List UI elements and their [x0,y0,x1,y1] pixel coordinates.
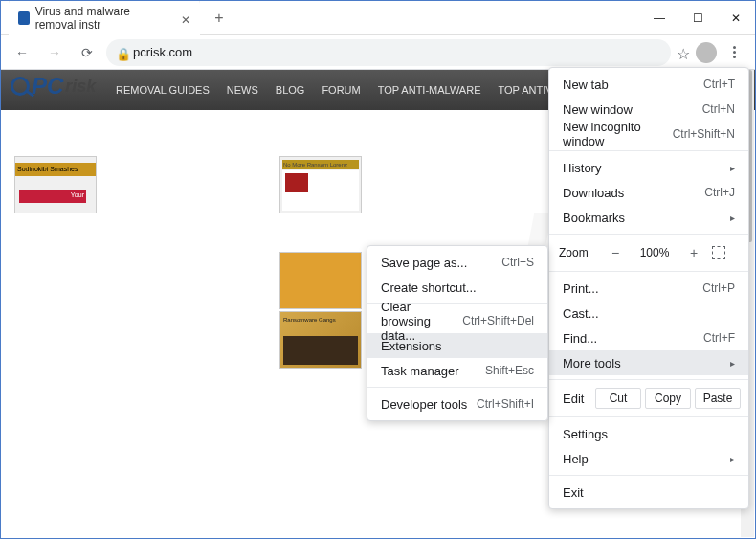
fullscreen-icon[interactable] [712,246,725,259]
menu-zoom: Zoom − 100% + [549,238,748,267]
submenu-task-manager[interactable]: Task managerShift+Esc [367,358,547,383]
menu-cast[interactable]: Cast... [549,301,748,326]
back-button[interactable]: ← [9,39,35,66]
edit-copy-button[interactable]: Copy [645,388,691,409]
menu-edit: Edit Cut Copy Paste [549,384,748,413]
article-thumbnail[interactable]: Sodinokibi Smashes Your [14,156,97,213]
chrome-menu-button[interactable] [721,39,747,66]
site-logo[interactable]: PCrisk [11,73,96,100]
window-controls: — ☐ ✕ [640,1,755,35]
favicon-icon [18,11,30,25]
chevron-right-icon: ▸ [730,454,735,464]
submenu-dev-tools[interactable]: Developer toolsCtrl+Shift+I [367,392,547,416]
menu-incognito[interactable]: New incognito windowCtrl+Shift+N [549,122,748,146]
close-button[interactable]: ✕ [717,1,755,35]
nav-blog[interactable]: BLOG [276,84,305,96]
article-thumbnail[interactable]: Ransomware Gangs [279,311,362,369]
maximize-button[interactable]: ☐ [678,1,717,35]
nav-removal-guides[interactable]: REMOVAL GUIDES [116,84,210,96]
edit-paste-button[interactable]: Paste [695,388,741,409]
address-bar[interactable]: 🔒 pcrisk.com [106,39,671,66]
close-tab-icon[interactable]: ✕ [181,13,190,23]
menu-new-window[interactable]: New windowCtrl+N [549,97,748,122]
chevron-right-icon: ▸ [730,213,735,223]
menu-exit[interactable]: Exit [549,480,748,505]
minimize-button[interactable]: — [640,1,678,35]
zoom-in-button[interactable]: + [683,245,704,260]
reload-button[interactable]: ⟳ [74,39,100,66]
lock-icon: 🔒 [116,47,127,58]
menu-settings[interactable]: Settings [549,421,748,446]
submenu-clear-data[interactable]: Clear browsing data...Ctrl+Shift+Del [367,308,547,333]
new-tab-button[interactable]: + [208,7,231,30]
menu-print[interactable]: Print...Ctrl+P [549,276,748,301]
menu-find[interactable]: Find...Ctrl+F [549,326,748,350]
menu-more-tools[interactable]: More tools▸ [549,350,748,375]
zoom-out-button[interactable]: − [605,245,626,260]
submenu-save-page[interactable]: Save page as...Ctrl+S [367,250,547,275]
bookmark-star-icon[interactable]: ☆ [677,45,692,60]
nav-news[interactable]: NEWS [227,84,258,96]
chevron-right-icon: ▸ [730,358,735,369]
edit-cut-button[interactable]: Cut [595,388,641,409]
profile-avatar[interactable] [696,42,717,63]
forward-button[interactable]: → [41,39,68,66]
submenu-create-shortcut[interactable]: Create shortcut... [367,275,547,300]
zoom-value: 100% [634,246,676,259]
url-text: pcrisk.com [133,45,192,59]
browser-tab[interactable]: Virus and malware removal instr ✕ [9,0,200,37]
nav-anti-malware[interactable]: TOP ANTI-MALWARE [378,84,481,96]
nav-forum[interactable]: FORUM [322,84,360,96]
chevron-right-icon: ▸ [730,163,735,173]
menu-new-tab[interactable]: New tabCtrl+T [549,72,748,97]
menu-history[interactable]: History▸ [549,155,748,180]
tab-title: Virus and malware removal instr [35,5,171,32]
menu-bookmarks[interactable]: Bookmarks▸ [549,205,748,230]
toolbar: ← → ⟳ 🔒 pcrisk.com ☆ [1,35,755,70]
menu-help[interactable]: Help▸ [549,446,748,471]
article-thumbnail[interactable] [279,252,362,309]
titlebar: Virus and malware removal instr ✕ + — ☐ … [1,1,755,35]
article-thumbnail[interactable]: No More Ransom Lorenz [279,156,362,213]
menu-downloads[interactable]: DownloadsCtrl+J [549,180,748,205]
chrome-main-menu: New tabCtrl+T New windowCtrl+N New incog… [548,67,749,509]
more-tools-submenu: Save page as...Ctrl+S Create shortcut...… [367,245,548,421]
magnifier-icon [11,77,30,96]
